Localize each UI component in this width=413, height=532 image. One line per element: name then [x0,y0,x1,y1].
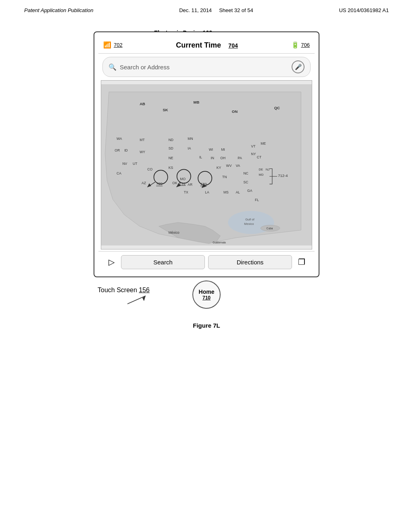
location-button[interactable]: ▷ [103,255,119,269]
svg-text:Guatemala: Guatemala [213,241,226,244]
siri-icon: 🎤 [295,64,302,70]
location-icon: ▷ [108,257,115,267]
svg-text:ME: ME [261,141,266,145]
svg-text:VT: VT [251,144,256,148]
main-content: Electronic Device 102 📶 702 Current Time… [0,17,413,306]
patent-pub-label: Patent Application Publication [24,7,94,13]
home-button-container: Home 710 [192,281,221,309]
status-right: 🔋 706 [291,41,310,49]
svg-text:TX: TX [184,190,188,194]
bottom-toolbar: ▷ Search Directions ❐ [98,251,315,272]
svg-text:KS: KS [169,166,173,170]
battery-ref: 706 [301,42,310,48]
svg-text:MN: MN [188,137,193,141]
svg-text:Cuba: Cuba [267,227,273,230]
svg-text:ND: ND [169,138,173,142]
status-center: Current Time 704 [176,39,238,50]
svg-text:OR: OR [115,148,120,152]
svg-text:729: 729 [156,181,163,186]
svg-text:WV: WV [226,164,232,168]
svg-text:IL: IL [199,155,202,159]
svg-text:NC: NC [243,171,248,175]
svg-text:VA: VA [236,164,240,168]
svg-text:AR: AR [188,183,192,187]
svg-text:NE: NE [169,156,173,160]
svg-text:KY: KY [217,166,221,170]
svg-text:712-4: 712-4 [278,173,288,178]
svg-text:FL: FL [255,198,259,202]
svg-text:UT: UT [133,162,138,166]
svg-text:NJ: NJ [266,168,269,171]
search-button[interactable]: Search [121,255,205,269]
search-bar[interactable]: 🔍 Search or Address 🎤 [102,57,311,77]
svg-text:MB: MB [194,100,200,104]
patent-header: Patent Application Publication Dec. 11, … [0,0,413,17]
svg-text:México: México [169,231,179,235]
svg-text:WY: WY [140,150,145,154]
svg-text:GA: GA [247,189,252,193]
svg-line-73 [127,296,146,304]
svg-text:PA: PA [238,156,242,160]
svg-text:SC: SC [243,180,248,184]
svg-text:MO: MO [180,177,186,181]
svg-text:AL: AL [236,190,240,194]
svg-text:AB: AB [140,102,145,106]
svg-text:WI: WI [209,148,213,152]
svg-text:MT: MT [140,138,145,142]
svg-text:ON: ON [232,109,238,114]
siri-button[interactable]: 🎤 [292,60,305,73]
svg-text:AZ: AZ [142,181,146,185]
status-left: 📶 702 [103,41,123,49]
svg-text:Gulf of: Gulf of [245,218,254,221]
svg-text:IA: IA [188,146,191,150]
figure-label: Figure 7L [0,322,413,329]
svg-text:731: 731 [179,181,186,186]
svg-text:OK: OK [172,181,177,185]
svg-text:CA: CA [117,171,121,175]
svg-text:TN: TN [222,175,227,179]
search-placeholder: Search or Address [120,64,169,71]
patent-date: Dec. 11, 2014 Sheet 32 of 54 [179,7,253,13]
touch-screen-label-area: Touch Screen 156 [98,287,150,306]
svg-text:NV: NV [122,162,127,166]
layers-icon: ❐ [298,257,305,267]
svg-text:CT: CT [257,155,262,159]
svg-text:733: 733 [200,182,207,186]
svg-text:SK: SK [163,108,168,112]
svg-text:Mexico: Mexico [244,222,254,226]
map-svg: Gulf of Mexico México Cuba Guatemala AB … [101,81,312,249]
svg-text:OH: OH [220,156,225,160]
current-time-label: Current Time [176,41,221,49]
home-button[interactable]: Home 710 [192,281,221,309]
touch-screen-arrow [125,294,150,306]
svg-text:CO: CO [147,167,152,171]
directions-button[interactable]: Directions [208,255,292,269]
touch-screen-text: Touch Screen 156 [98,287,150,294]
svg-text:NY: NY [251,152,256,156]
map-area[interactable]: Gulf of Mexico México Cuba Guatemala AB … [101,80,312,249]
wifi-ref: 702 [114,42,123,48]
patent-number: US 2014/0361982 A1 [339,7,389,13]
time-ref: 704 [228,42,238,49]
svg-text:ID: ID [124,148,128,152]
svg-text:SD: SD [169,146,173,150]
svg-text:WA: WA [117,137,122,141]
battery-icon: 🔋 [291,41,299,49]
home-button-area: Touch Screen 156 Home 710 [94,281,319,306]
wifi-icon: 📶 [103,41,111,49]
layers-button[interactable]: ❐ [294,255,310,269]
svg-text:LA: LA [205,190,209,194]
search-icon: 🔍 [108,63,117,71]
svg-text:QC: QC [274,106,280,110]
device-frame: 📶 702 Current Time 704 🔋 706 🔍 Search or… [94,31,319,277]
svg-text:MS: MS [223,190,229,194]
status-bar: 📶 702 Current Time 704 🔋 706 [98,36,315,54]
svg-text:MI: MI [221,148,225,152]
svg-text:IN: IN [211,156,214,160]
svg-text:MD: MD [259,173,264,177]
svg-text:DE: DE [259,168,263,171]
search-input-area: 🔍 Search or Address [108,63,169,71]
